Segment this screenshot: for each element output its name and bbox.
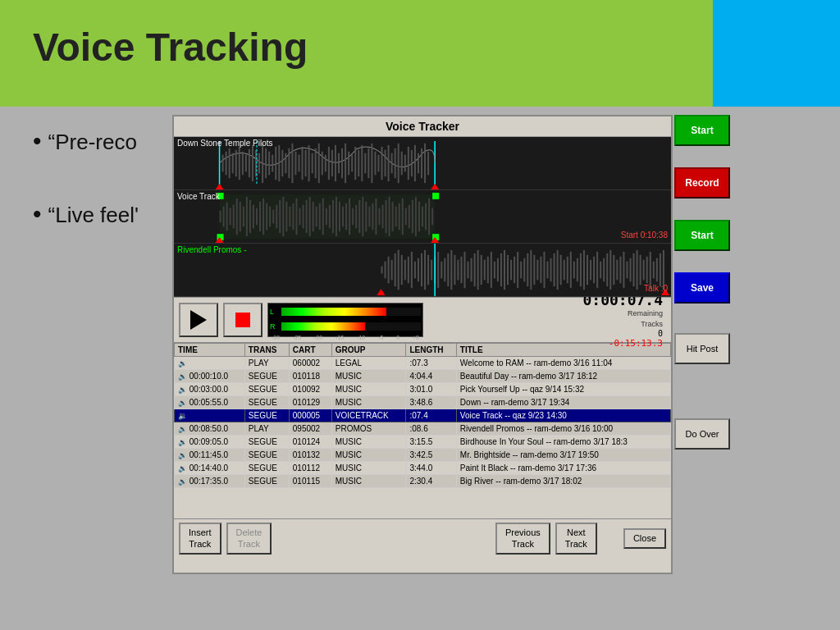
svg-rect-214: [616, 260, 618, 281]
table-row[interactable]: 🔉 00:09:05.0 SEGUE 010124 MUSIC 3:15.5 B…: [175, 436, 671, 449]
cell-trans: SEGUE: [244, 449, 289, 462]
start1-button[interactable]: Start: [674, 115, 730, 146]
cell-group: VOICETRACK: [331, 409, 406, 422]
svg-rect-137: [432, 193, 439, 199]
svg-rect-90: [282, 197, 284, 236]
svg-rect-183: [514, 257, 515, 283]
speaker-icon: 🔉: [178, 451, 187, 459]
svg-rect-98: [309, 197, 311, 236]
svg-rect-12: [252, 145, 253, 181]
svg-rect-89: [279, 200, 281, 233]
cell-cart: 010112: [289, 462, 331, 475]
timer-sub: RemainingTracks: [428, 308, 663, 329]
svg-rect-226: [656, 258, 658, 282]
svg-rect-161: [441, 262, 442, 279]
page-title: Voice Tracking: [33, 25, 308, 70]
svg-rect-46: [364, 153, 366, 174]
start2-button[interactable]: Start: [674, 220, 730, 251]
svg-rect-178: [497, 258, 499, 282]
cell-length: 3:42.5: [406, 449, 456, 462]
svg-rect-164: [450, 250, 452, 290]
svg-rect-184: [517, 252, 518, 288]
table-row[interactable]: 🔉 00:00:10.0 SEGUE 010118 MUSIC 4:04.4 B…: [175, 370, 671, 383]
vu-bar-r: [281, 322, 365, 331]
svg-rect-171: [474, 253, 476, 286]
svg-rect-96: [303, 205, 304, 229]
record-button[interactable]: Record: [674, 167, 730, 199]
table-row[interactable]: 🔉 00:05:55.0 SEGUE 010129 MUSIC 3:48.6 D…: [175, 396, 671, 409]
svg-rect-82: [256, 208, 258, 226]
voice-tracker-window: Voice Tracker Down Stone Temple Pilots: [172, 115, 673, 574]
speaker-icon: 🔉: [178, 464, 187, 472]
svg-rect-108: [342, 207, 344, 227]
do-over-button[interactable]: Do Over: [674, 418, 730, 450]
svg-rect-195: [554, 253, 555, 286]
remaining-label: RemainingTracks: [628, 309, 663, 328]
svg-rect-205: [587, 255, 588, 285]
cell-cart: 060002: [289, 357, 331, 370]
svg-rect-34: [325, 155, 326, 172]
speaker-icon: 🔉: [178, 425, 187, 433]
cell-cart: 010115: [289, 475, 331, 488]
save-button[interactable]: Save: [674, 272, 730, 304]
svg-rect-187: [527, 253, 528, 286]
svg-rect-175: [487, 257, 489, 283]
bullet-1: “Pre-reco: [33, 127, 139, 155]
svg-rect-162: [444, 258, 445, 282]
svg-rect-6: [232, 153, 234, 174]
svg-rect-31: [315, 148, 317, 178]
cell-trans: SEGUE: [244, 370, 289, 383]
svg-rect-210: [603, 258, 605, 282]
svg-rect-21: [281, 150, 283, 176]
svg-rect-193: [547, 262, 549, 279]
svg-rect-28: [305, 150, 307, 176]
svg-rect-166: [457, 260, 459, 281]
insert-track-button[interactable]: Insert Track: [179, 523, 221, 554]
svg-rect-190: [536, 260, 538, 281]
table-row[interactable]: 🔉 00:17:35.0 SEGUE 010115 MUSIC 2:30.4 B…: [175, 475, 671, 488]
close-button[interactable]: Close: [623, 528, 666, 549]
svg-rect-95: [299, 208, 301, 226]
next-track-button[interactable]: Next Track: [555, 523, 597, 554]
svg-rect-127: [405, 208, 407, 226]
stop-button[interactable]: [223, 303, 262, 337]
table-row[interactable]: 🔉 00:03:00.0 SEGUE 010092 MUSIC 3:01.0 P…: [175, 383, 671, 396]
table-row[interactable]: 🔉 SEGUE 000005 VOICETRACK :07.4 Voice Tr…: [175, 409, 671, 422]
svg-rect-24: [291, 144, 293, 183]
svg-rect-26: [299, 155, 300, 172]
cell-time: 🔉 00:00:10.0: [175, 370, 245, 383]
svg-rect-47: [368, 148, 369, 178]
svg-rect-72: [223, 207, 225, 227]
svg-rect-168: [464, 252, 466, 288]
table-row[interactable]: 🔉 00:08:50.0 PLAY 095002 PROMOS :08.6 Ri…: [175, 422, 671, 436]
svg-rect-5: [229, 148, 231, 178]
playlist-section: TIME TRANS CART GROUP LENGTH TITLE 🔉 PLA…: [174, 342, 671, 518]
cell-title: Pick Yourself Up -- qaz 9/14 15:32: [456, 383, 670, 396]
svg-rect-169: [468, 262, 469, 279]
cell-title: Welcome to RAM -- ram-demo 3/16 11:04: [456, 357, 670, 370]
cell-trans: SEGUE: [244, 436, 289, 449]
cell-cart: 010132: [289, 449, 331, 462]
table-row[interactable]: 🔉 00:11:45.0 SEGUE 010132 MUSIC 3:42.5 M…: [175, 449, 671, 462]
svg-rect-51: [381, 147, 383, 180]
bottom-buttons-area: Insert Track Delete Track Previous Track…: [174, 518, 671, 558]
cell-title: Big River -- ram-demo 3/17 18:02: [456, 475, 670, 488]
hit-post-button[interactable]: Hit Post: [674, 333, 730, 364]
svg-rect-100: [316, 207, 317, 227]
table-row[interactable]: 🔉 PLAY 060002 LEGAL :07.3 Welcome to RAM…: [175, 357, 671, 370]
svg-rect-202: [577, 258, 578, 282]
table-row[interactable]: 🔉 00:14:40.0 SEGUE 010112 MUSIC 3:44.0 P…: [175, 462, 671, 475]
svg-rect-60: [411, 150, 413, 176]
svg-rect-176: [491, 252, 492, 288]
previous-track-button[interactable]: Previous Track: [495, 523, 550, 554]
svg-rect-79: [246, 197, 248, 236]
cell-time: 🔉 00:11:45.0: [175, 449, 245, 462]
svg-rect-121: [386, 200, 387, 233]
svg-rect-8: [239, 147, 240, 180]
svg-rect-62: [418, 153, 419, 174]
play-button[interactable]: [179, 303, 218, 337]
svg-rect-130: [415, 197, 417, 236]
svg-rect-97: [306, 200, 308, 233]
delete-track-button[interactable]: Delete Track: [226, 523, 272, 554]
cyan-accent: [713, 0, 840, 107]
